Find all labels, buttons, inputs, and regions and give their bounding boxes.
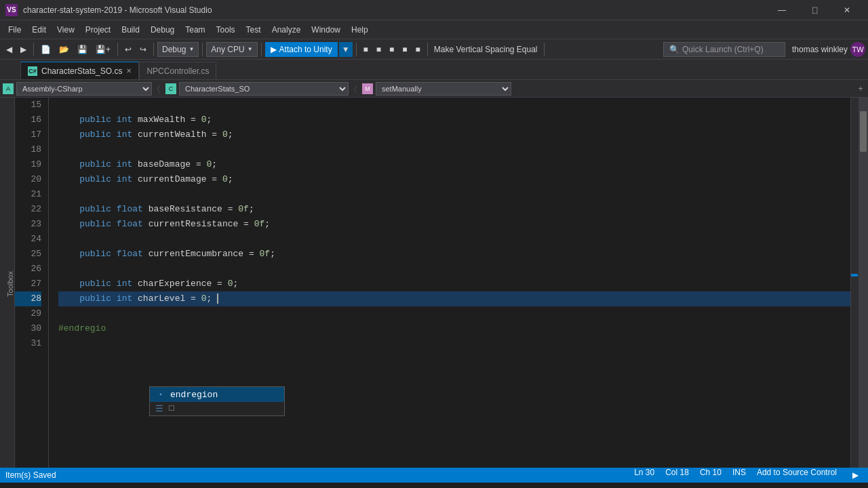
code-line-28: public int charLevel = 0; bbox=[58, 291, 859, 306]
tb-sep-7 bbox=[427, 43, 428, 56]
list-icon: ☰ bbox=[155, 403, 163, 414]
assembly-dropdown[interactable]: Assembly-CSharp bbox=[16, 82, 152, 96]
ln-status: Ln 30 bbox=[634, 468, 654, 483]
tab-characterstats[interactable]: C# CharacterStats_SO.cs ✕ bbox=[20, 62, 139, 79]
line-num-28: 28 bbox=[15, 291, 41, 306]
line-num-20: 20 bbox=[15, 172, 41, 187]
tb-icon-5[interactable]: ■ bbox=[412, 43, 424, 56]
code-line-19: public int baseDamage = 0; bbox=[58, 157, 859, 172]
line-num-26: 26 bbox=[15, 262, 41, 277]
tb-sep-6 bbox=[356, 43, 357, 56]
vert-spacing-label: Make Vertical Spacing Equal bbox=[431, 43, 540, 56]
new-file-button[interactable]: 📄 bbox=[37, 43, 54, 56]
ins-status: INS bbox=[732, 468, 746, 483]
overview-ruler bbox=[850, 98, 859, 468]
tab-npccontroller-label: NPCController.cs bbox=[146, 66, 209, 76]
tb-icon-1[interactable]: ■ bbox=[360, 43, 372, 56]
close-button[interactable]: ✕ bbox=[831, 0, 863, 20]
code-line-27: public int charExperience = 0; bbox=[58, 277, 859, 291]
tab-characterstats-label: CharacterStats_SO.cs bbox=[41, 66, 122, 76]
nav-bar-expand[interactable]: + bbox=[856, 84, 865, 94]
code-line-17: public int currentWealth = 0; bbox=[58, 127, 859, 142]
line-num-30: 30 bbox=[15, 321, 41, 336]
code-line-29 bbox=[58, 306, 859, 321]
title-bar: VS character-stat-system-2019 - Microsof… bbox=[0, 0, 868, 20]
class-icon: C bbox=[165, 83, 176, 94]
line-num-17: 17 bbox=[15, 127, 41, 142]
toolbox-strip[interactable]: Toolbox bbox=[0, 98, 15, 468]
menu-window[interactable]: Window bbox=[306, 22, 346, 37]
debug-config-arrow: ▼ bbox=[189, 46, 194, 52]
menu-file[interactable]: File bbox=[3, 22, 26, 37]
platform-arrow: ▼ bbox=[248, 46, 253, 52]
save-all-button[interactable]: 💾+ bbox=[92, 43, 114, 56]
menu-project[interactable]: Project bbox=[80, 22, 116, 37]
line-numbers: 15 16 17 18 19 20 21 22 23 24 25 26 27 2… bbox=[15, 98, 49, 468]
assembly-icon: A bbox=[3, 83, 14, 94]
forward-button[interactable]: ▶ bbox=[17, 43, 30, 56]
line-num-22: 22 bbox=[15, 202, 41, 217]
tb-icon-4[interactable]: ■ bbox=[399, 43, 410, 56]
line-num-29: 29 bbox=[15, 306, 41, 321]
menu-help[interactable]: Help bbox=[346, 22, 374, 37]
col-status: Col 18 bbox=[665, 468, 689, 483]
code-line-20: public int currentDamage = 0; bbox=[58, 172, 859, 187]
attach-to-button[interactable]: ▶ Attach to Unity bbox=[265, 42, 338, 57]
user-avatar: TW bbox=[850, 42, 865, 57]
restore-button[interactable]: ⎕ bbox=[799, 0, 830, 20]
attach-to-dropdown[interactable]: ▼ bbox=[339, 42, 353, 57]
toolbox-label: Toolbox bbox=[6, 271, 14, 297]
tb-sep-8 bbox=[544, 43, 545, 56]
code-line-16: public int maxWealth = 0; bbox=[58, 113, 859, 127]
back-button[interactable]: ◀ bbox=[3, 43, 16, 56]
debug-config-label: Debug bbox=[162, 45, 186, 54]
status-right: Ln 30 Col 18 Ch 10 INS Add to Source Con… bbox=[634, 468, 863, 483]
menu-test[interactable]: Test bbox=[241, 22, 267, 37]
status-bar: Item(s) Saved Ln 30 Col 18 Ch 10 INS Add… bbox=[0, 468, 868, 483]
document-tabs: C# CharacterStats_SO.cs ✕ NPCController.… bbox=[0, 60, 868, 80]
menu-build[interactable]: Build bbox=[116, 22, 145, 37]
tab-characterstats-close[interactable]: ✕ bbox=[126, 67, 132, 75]
autocomplete-popup[interactable]: ▪ endregion ☰ □ bbox=[149, 386, 285, 416]
menu-edit[interactable]: Edit bbox=[26, 22, 52, 37]
menu-tools[interactable]: Tools bbox=[211, 22, 241, 37]
redo-button[interactable]: ↪ bbox=[136, 43, 150, 56]
debug-config-dropdown[interactable]: Debug ▼ bbox=[157, 42, 199, 57]
code-area[interactable]: 15 16 17 18 19 20 21 22 23 24 25 26 27 2… bbox=[15, 98, 868, 468]
platform-label: Any CPU bbox=[211, 45, 244, 54]
main-area: Toolbox 15 16 17 18 19 20 21 22 23 24 25… bbox=[0, 98, 868, 468]
line-num-23: 23 bbox=[15, 217, 41, 232]
source-control-status[interactable]: Add to Source Control bbox=[757, 468, 837, 483]
box-icon: □ bbox=[169, 403, 174, 414]
quick-launch-field[interactable]: 🔍 Quick Launch (Ctrl+Q) bbox=[663, 42, 785, 57]
tb-icon-2[interactable]: ■ bbox=[373, 43, 384, 56]
nav-bar: A Assembly-CSharp 〈 C CharacterStats_SO … bbox=[0, 80, 868, 98]
code-editor[interactable]: 15 16 17 18 19 20 21 22 23 24 25 26 27 2… bbox=[15, 98, 868, 468]
menu-debug[interactable]: Debug bbox=[145, 22, 180, 37]
vertical-scrollbar[interactable] bbox=[859, 98, 868, 468]
line-num-18: 18 bbox=[15, 142, 41, 157]
menu-view[interactable]: View bbox=[52, 22, 80, 37]
platform-dropdown[interactable]: Any CPU ▼ bbox=[206, 42, 257, 57]
method-dropdown[interactable]: setManually bbox=[376, 82, 511, 96]
line-num-19: 19 bbox=[15, 157, 41, 172]
tab-npccontroller[interactable]: NPCController.cs bbox=[139, 62, 216, 79]
undo-button[interactable]: ↩ bbox=[121, 43, 135, 56]
class-dropdown[interactable]: CharacterStats_SO bbox=[179, 82, 349, 96]
menu-team[interactable]: Team bbox=[180, 22, 210, 37]
code-line-25: public float currentEmcumbrance = 0f; bbox=[58, 247, 859, 262]
menu-analyze[interactable]: Analyze bbox=[267, 22, 307, 37]
code-line-21 bbox=[58, 187, 859, 202]
play-button[interactable]: ▶ bbox=[848, 468, 863, 483]
search-icon: 🔍 bbox=[669, 45, 679, 54]
tb-icon-3[interactable]: ■ bbox=[386, 43, 397, 56]
save-button[interactable]: 💾 bbox=[74, 43, 91, 56]
code-line-23: public float currentResistance = 0f; bbox=[58, 217, 859, 232]
scroll-thumb[interactable] bbox=[860, 111, 867, 152]
line-num-31: 31 bbox=[15, 336, 41, 351]
minimize-button[interactable]: ― bbox=[766, 0, 797, 20]
autocomplete-item-endregion[interactable]: ▪ endregion bbox=[150, 387, 284, 402]
open-file-button[interactable]: 📂 bbox=[56, 43, 73, 56]
menu-bar: File Edit View Project Build Debug Team … bbox=[0, 20, 868, 39]
window-controls: ― ⎕ ✕ bbox=[766, 0, 863, 20]
